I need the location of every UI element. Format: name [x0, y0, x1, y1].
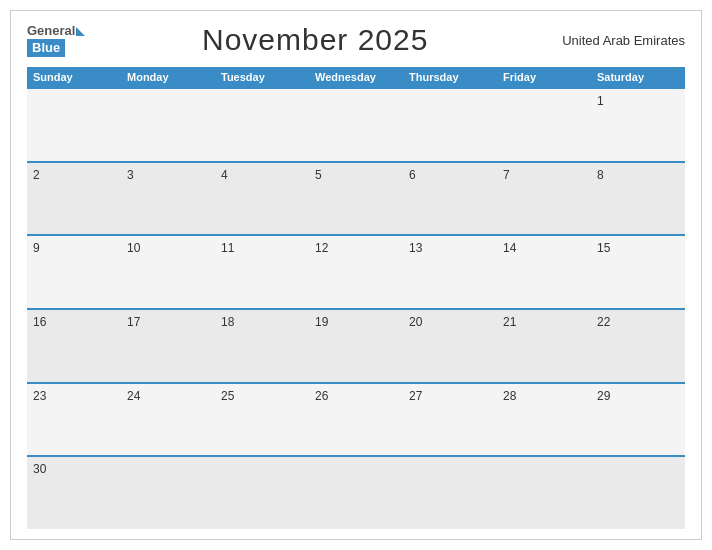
day-cell — [591, 457, 685, 529]
day-cell: 5 — [309, 163, 403, 235]
day-cell: 6 — [403, 163, 497, 235]
day-number: 26 — [315, 389, 397, 403]
day-cell: 10 — [121, 236, 215, 308]
logo-blue-text: Blue — [27, 39, 65, 57]
day-number: 19 — [315, 315, 397, 329]
day-number: 5 — [315, 168, 397, 182]
day-header-tuesday: Tuesday — [215, 67, 309, 87]
country-label: United Arab Emirates — [545, 33, 685, 48]
day-cell — [121, 457, 215, 529]
week-row-5: 23242526272829 — [27, 382, 685, 456]
day-cell: 2 — [27, 163, 121, 235]
day-number: 27 — [409, 389, 491, 403]
day-number: 1 — [597, 94, 679, 108]
day-cell: 22 — [591, 310, 685, 382]
week-row-1: 1 — [27, 87, 685, 161]
day-number: 24 — [127, 389, 209, 403]
day-header-sunday: Sunday — [27, 67, 121, 87]
day-number: 14 — [503, 241, 585, 255]
day-header-thursday: Thursday — [403, 67, 497, 87]
day-cell: 28 — [497, 384, 591, 456]
day-number: 7 — [503, 168, 585, 182]
calendar-grid: SundayMondayTuesdayWednesdayThursdayFrid… — [27, 67, 685, 529]
day-cell: 11 — [215, 236, 309, 308]
day-number: 25 — [221, 389, 303, 403]
day-number: 22 — [597, 315, 679, 329]
day-cell: 3 — [121, 163, 215, 235]
day-number: 30 — [33, 462, 115, 476]
day-cell: 23 — [27, 384, 121, 456]
day-number: 20 — [409, 315, 491, 329]
day-cell: 1 — [591, 89, 685, 161]
day-cell — [215, 457, 309, 529]
calendar-container: General Blue November 2025 United Arab E… — [10, 10, 702, 540]
day-header-wednesday: Wednesday — [309, 67, 403, 87]
day-header-saturday: Saturday — [591, 67, 685, 87]
day-cell: 27 — [403, 384, 497, 456]
day-cell: 8 — [591, 163, 685, 235]
day-cell — [27, 89, 121, 161]
day-cell: 29 — [591, 384, 685, 456]
day-cell: 21 — [497, 310, 591, 382]
day-number: 11 — [221, 241, 303, 255]
day-header-friday: Friday — [497, 67, 591, 87]
calendar-title: November 2025 — [85, 23, 545, 57]
logo: General Blue — [27, 23, 85, 56]
week-row-2: 2345678 — [27, 161, 685, 235]
day-cell: 26 — [309, 384, 403, 456]
day-cell — [309, 457, 403, 529]
day-cell — [403, 89, 497, 161]
day-cell: 24 — [121, 384, 215, 456]
day-number: 3 — [127, 168, 209, 182]
day-number: 21 — [503, 315, 585, 329]
day-number: 2 — [33, 168, 115, 182]
day-cell: 16 — [27, 310, 121, 382]
day-cell: 17 — [121, 310, 215, 382]
day-cell: 9 — [27, 236, 121, 308]
day-cell — [403, 457, 497, 529]
day-number: 29 — [597, 389, 679, 403]
day-cell — [309, 89, 403, 161]
day-cell — [215, 89, 309, 161]
day-number: 13 — [409, 241, 491, 255]
week-row-4: 16171819202122 — [27, 308, 685, 382]
day-number: 9 — [33, 241, 115, 255]
day-cell: 15 — [591, 236, 685, 308]
day-cell: 30 — [27, 457, 121, 529]
day-cell: 7 — [497, 163, 591, 235]
day-cell: 20 — [403, 310, 497, 382]
day-cell — [121, 89, 215, 161]
logo-triangle-icon — [76, 27, 85, 36]
logo-general-text: General — [27, 23, 75, 39]
day-number: 28 — [503, 389, 585, 403]
header: General Blue November 2025 United Arab E… — [27, 23, 685, 57]
day-number: 17 — [127, 315, 209, 329]
day-cell: 14 — [497, 236, 591, 308]
day-cell — [497, 89, 591, 161]
day-number: 12 — [315, 241, 397, 255]
day-number: 8 — [597, 168, 679, 182]
day-number: 23 — [33, 389, 115, 403]
day-cell: 18 — [215, 310, 309, 382]
day-header-monday: Monday — [121, 67, 215, 87]
day-headers-row: SundayMondayTuesdayWednesdayThursdayFrid… — [27, 67, 685, 87]
week-row-6: 30 — [27, 455, 685, 529]
day-cell: 4 — [215, 163, 309, 235]
day-cell: 25 — [215, 384, 309, 456]
day-number: 18 — [221, 315, 303, 329]
day-cell: 13 — [403, 236, 497, 308]
day-number: 10 — [127, 241, 209, 255]
day-number: 16 — [33, 315, 115, 329]
weeks-container: 1234567891011121314151617181920212223242… — [27, 87, 685, 529]
week-row-3: 9101112131415 — [27, 234, 685, 308]
day-cell: 19 — [309, 310, 403, 382]
day-number: 4 — [221, 168, 303, 182]
day-cell — [497, 457, 591, 529]
day-number: 15 — [597, 241, 679, 255]
day-number: 6 — [409, 168, 491, 182]
day-cell: 12 — [309, 236, 403, 308]
